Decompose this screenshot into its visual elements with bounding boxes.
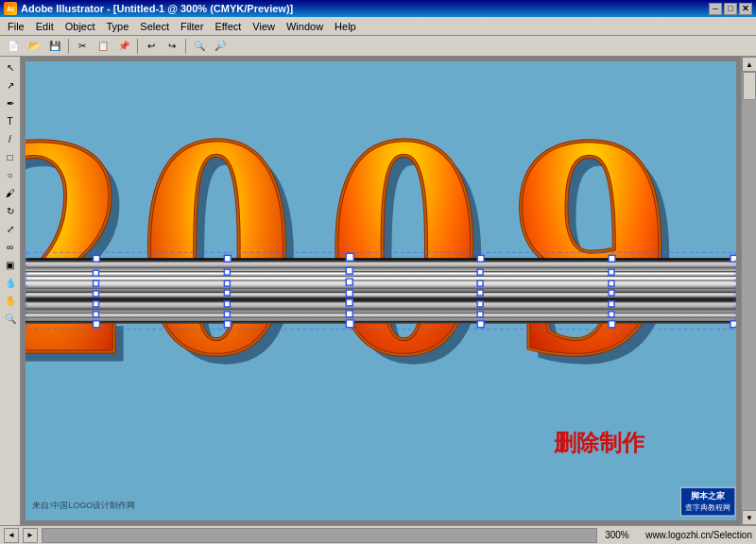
toolbar-open[interactable]: 📂 xyxy=(25,38,43,55)
tool-pen[interactable]: ✒ xyxy=(2,94,19,111)
svg-rect-21 xyxy=(26,280,736,289)
menu-window[interactable]: Window xyxy=(281,17,329,35)
tool-brush[interactable]: 🖌 xyxy=(2,184,19,201)
svg-text:2: 2 xyxy=(26,67,128,420)
menu-filter[interactable]: Filter xyxy=(175,17,209,35)
tool-type[interactable]: T xyxy=(2,112,19,129)
maximize-button[interactable]: □ xyxy=(724,3,737,15)
zoom-level: 300% xyxy=(605,530,638,540)
art-svg: 2 0 0 9 2 0 0 9 2 xyxy=(26,61,736,520)
svg-rect-59 xyxy=(609,301,614,307)
scroll-up-button[interactable]: ▲ xyxy=(742,57,756,72)
svg-rect-55 xyxy=(94,301,99,307)
tool-direct-select[interactable]: ↗ xyxy=(2,76,19,94)
svg-rect-51 xyxy=(224,290,230,296)
svg-rect-38 xyxy=(609,255,615,262)
svg-rect-69 xyxy=(609,321,615,328)
svg-text:来自:中国LOGO设计制作网: 来自:中国LOGO设计制作网 xyxy=(32,501,135,510)
menu-file[interactable]: File xyxy=(2,17,30,35)
app-icon: Ai xyxy=(4,2,17,15)
menu-type[interactable]: Type xyxy=(101,17,135,35)
svg-rect-19 xyxy=(26,261,736,268)
svg-rect-42 xyxy=(346,267,352,274)
svg-rect-20 xyxy=(26,271,736,277)
svg-rect-43 xyxy=(477,269,483,275)
toolbar-redo[interactable]: ↪ xyxy=(163,38,181,55)
svg-text:0: 0 xyxy=(324,67,484,420)
toolbar-copy[interactable]: 📋 xyxy=(94,38,112,55)
toolbar-save[interactable]: 💾 xyxy=(45,38,64,55)
artwork[interactable]: 2 0 0 9 2 0 0 9 2 xyxy=(26,61,736,520)
svg-rect-22 xyxy=(26,292,736,298)
toolbar-new[interactable]: 📄 xyxy=(4,38,23,55)
main-layout: ↖ ↗ ✒ T / □ ○ 🖌 ↻ ⤢ ∞ ▣ 💧 ✋ 🔍 xyxy=(0,57,756,525)
tool-rect[interactable]: □ xyxy=(2,148,19,165)
svg-rect-40 xyxy=(94,270,99,276)
menu-select[interactable]: Select xyxy=(134,17,175,35)
menu-help[interactable]: Help xyxy=(329,17,362,35)
svg-rect-57 xyxy=(346,299,352,306)
toolbar-sep-2 xyxy=(137,39,138,54)
title-text: Adobe Illustrator - [Untitled-1 @ 300% (… xyxy=(21,3,293,14)
svg-rect-64 xyxy=(609,312,614,317)
tool-select[interactable]: ↖ xyxy=(2,59,19,76)
tool-eyedropper[interactable]: 💧 xyxy=(2,274,19,291)
tool-line[interactable]: / xyxy=(2,130,19,147)
svg-rect-58 xyxy=(477,301,483,307)
toolbar-sep-1 xyxy=(68,39,69,54)
svg-rect-52 xyxy=(346,290,352,297)
tool-rotate[interactable]: ↻ xyxy=(2,202,19,219)
tool-zoom[interactable]: 🔍 xyxy=(2,310,19,327)
toolbar-paste[interactable]: 📌 xyxy=(114,38,133,55)
toolbar: 📄 📂 💾 ✂ 📋 📌 ↩ ↪ 🔍 🔎 xyxy=(0,36,756,57)
svg-rect-63 xyxy=(477,312,483,317)
svg-rect-60 xyxy=(94,312,99,317)
scroll-track-vertical[interactable] xyxy=(742,72,756,510)
close-button[interactable]: ✕ xyxy=(739,3,752,15)
canvas-container[interactable]: 2 0 0 9 2 0 0 9 2 xyxy=(21,57,741,525)
menu-edit[interactable]: Edit xyxy=(30,17,60,35)
svg-rect-53 xyxy=(477,290,483,296)
toolbar-zoom-in[interactable]: 🔍 xyxy=(190,38,209,55)
toolbar-cut[interactable]: ✂ xyxy=(73,38,92,55)
tool-hand[interactable]: ✋ xyxy=(2,292,19,309)
scroll-down-button[interactable]: ▼ xyxy=(742,510,756,525)
menu-effect[interactable]: Effect xyxy=(209,17,247,35)
toolbar-zoom-out[interactable]: 🔎 xyxy=(211,38,230,55)
scroll-right-button[interactable]: ► xyxy=(23,528,38,543)
menu-view[interactable]: View xyxy=(247,17,281,35)
svg-rect-68 xyxy=(477,321,484,328)
title-bar-controls[interactable]: ─ □ ✕ xyxy=(709,3,752,15)
svg-rect-50 xyxy=(94,291,99,297)
svg-text:查字典教程网: 查字典教程网 xyxy=(685,503,730,512)
menu-object[interactable]: Object xyxy=(60,17,101,35)
tool-blend[interactable]: ∞ xyxy=(2,238,19,255)
svg-rect-54 xyxy=(609,290,614,296)
tool-ellipse[interactable]: ○ xyxy=(2,166,19,183)
scroll-track-horizontal[interactable] xyxy=(42,528,597,543)
status-bar: ◄ ► 300% www.logozhi.cn/Selection xyxy=(0,525,756,544)
toolbar-undo[interactable]: ↩ xyxy=(142,38,161,55)
scroll-left-button[interactable]: ◄ xyxy=(4,528,19,543)
svg-rect-66 xyxy=(224,321,231,328)
scroll-thumb-vertical[interactable] xyxy=(743,72,756,100)
svg-rect-34 xyxy=(94,255,100,262)
svg-text:0: 0 xyxy=(137,67,297,420)
svg-rect-46 xyxy=(224,280,230,286)
tool-scale[interactable]: ⤢ xyxy=(2,220,19,237)
toolbox: ↖ ↗ ✒ T / □ ○ 🖌 ↻ ⤢ ∞ ▣ 💧 ✋ 🔍 xyxy=(0,57,21,525)
art-content: 2 0 0 9 2 0 0 9 2 xyxy=(26,61,736,520)
tool-gradient[interactable]: ▣ xyxy=(2,256,19,273)
svg-rect-45 xyxy=(94,280,99,286)
status-info: www.logozhi.cn/Selection xyxy=(645,530,752,540)
svg-rect-23 xyxy=(26,301,736,310)
svg-rect-61 xyxy=(224,312,230,317)
svg-rect-41 xyxy=(224,269,230,275)
svg-rect-35 xyxy=(224,255,231,262)
title-bar: Ai Adobe Illustrator - [Untitled-1 @ 300… xyxy=(0,0,756,17)
minimize-button[interactable]: ─ xyxy=(709,3,722,15)
svg-rect-65 xyxy=(94,321,100,328)
toolbar-sep-3 xyxy=(185,39,186,54)
svg-rect-48 xyxy=(477,280,483,286)
svg-rect-67 xyxy=(346,320,353,328)
